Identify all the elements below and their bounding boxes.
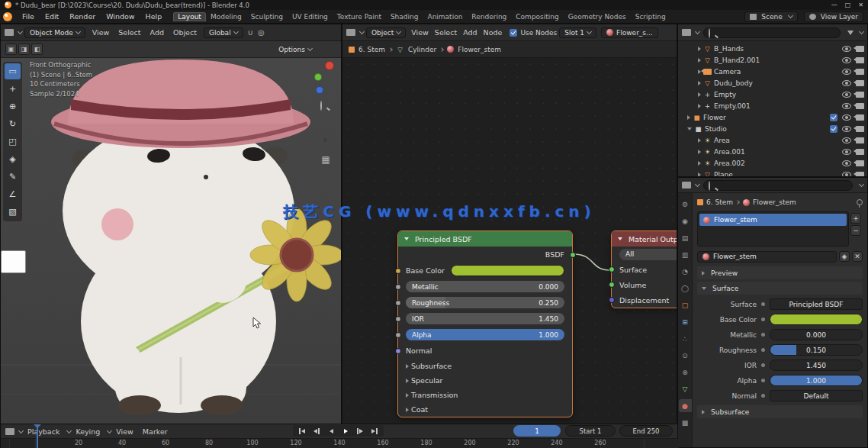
- outliner-row[interactable]: ▽ B_Hand2.001: [678, 54, 867, 66]
- alpha-slider[interactable]: 1.000: [770, 375, 863, 386]
- prev-keyframe-button[interactable]: [310, 427, 323, 436]
- collapse-icon[interactable]: [404, 237, 409, 240]
- alpha-slider[interactable]: Alpha 1.000: [406, 329, 564, 340]
- jump-start-button[interactable]: [296, 427, 308, 436]
- expand-icon[interactable]: [698, 150, 701, 154]
- bsdf-output-socket[interactable]: [570, 252, 576, 258]
- workspace-tab-modeling[interactable]: Modeling: [206, 12, 246, 21]
- outliner-row[interactable]: ☀ Area.001: [678, 146, 867, 157]
- playback-menu[interactable]: Playback: [23, 427, 64, 436]
- modifiers-tab-icon[interactable]: ⊞: [679, 315, 692, 328]
- hide-viewport-icon[interactable]: [842, 80, 851, 86]
- marker-menu[interactable]: Marker: [138, 427, 172, 436]
- outliner-editor-type-icon[interactable]: [682, 29, 691, 36]
- hide-render-icon[interactable]: [856, 149, 864, 155]
- shader-type-dropdown[interactable]: Object: [366, 27, 406, 38]
- keying-menu[interactable]: Keying: [71, 427, 104, 436]
- remove-slot-button[interactable]: −: [850, 225, 861, 236]
- play-button[interactable]: [339, 427, 352, 436]
- ior-socket[interactable]: [395, 316, 401, 322]
- shader-canvas[interactable]: Principled BSDF BSDF Base Color Metallic…: [342, 58, 677, 424]
- axis-gizmo[interactable]: [314, 61, 337, 95]
- preview-section-header[interactable]: Preview: [697, 266, 863, 279]
- hide-render-icon[interactable]: [856, 46, 864, 52]
- select-mode-subtract-button[interactable]: ◧: [31, 44, 43, 55]
- cursor-tool[interactable]: +: [5, 81, 21, 97]
- outliner-row[interactable]: + Empty.001: [678, 100, 867, 111]
- target-dropdown[interactable]: All: [619, 249, 677, 260]
- surface-shader-button[interactable]: Principled BSDF: [770, 298, 863, 310]
- breadcrumb-object[interactable]: 6. Stem: [706, 198, 733, 206]
- metallic-field[interactable]: 0.000: [770, 329, 863, 340]
- add-cube-tool[interactable]: ▧: [5, 204, 21, 220]
- texture-tab-icon[interactable]: ▩: [679, 416, 692, 429]
- tool-tab-icon[interactable]: ⚙: [679, 198, 692, 211]
- play-reverse-button[interactable]: [325, 427, 337, 436]
- viewport-menu-view[interactable]: View: [88, 28, 114, 37]
- breadcrumb-object[interactable]: 6. Stem: [358, 46, 385, 53]
- expand-icon[interactable]: [698, 47, 701, 51]
- constraints-tab-icon[interactable]: ⊗: [679, 366, 692, 379]
- viewport-menu-add[interactable]: Add: [146, 28, 169, 37]
- outliner-row[interactable]: ■ Studio: [678, 123, 867, 134]
- unlink-button[interactable]: ✕: [852, 251, 863, 262]
- base-color-swatch[interactable]: [451, 265, 564, 276]
- transform-orientation-dropdown[interactable]: Global: [204, 27, 243, 38]
- hide-render-icon[interactable]: [856, 92, 864, 98]
- expand-icon[interactable]: [698, 161, 701, 166]
- view-menu[interactable]: View: [111, 427, 138, 436]
- material-slot-row[interactable]: Flower_stem: [699, 214, 847, 226]
- breadcrumb-material[interactable]: Flower_stem: [753, 198, 796, 206]
- pan-hand-icon[interactable]: [320, 119, 331, 130]
- breadcrumb-mesh[interactable]: Cylinder: [408, 46, 436, 53]
- ior-slider[interactable]: IOR 1.450: [406, 313, 564, 324]
- add-slot-button[interactable]: +: [850, 213, 861, 224]
- hide-render-icon[interactable]: [856, 103, 864, 109]
- outliner-row[interactable]: ▽ Dudu_body: [678, 77, 867, 89]
- expand-icon[interactable]: [698, 104, 701, 108]
- outliner-row[interactable]: ▽ Plane: [678, 169, 867, 176]
- subsurface-panel[interactable]: Subsurface: [398, 359, 572, 373]
- specular-panel[interactable]: Specular: [398, 373, 572, 388]
- options-dropdown[interactable]: Options: [274, 45, 317, 54]
- shader-menu-select[interactable]: Select: [432, 28, 460, 37]
- shader-menu-node[interactable]: Node: [481, 28, 506, 37]
- shader-menu-view[interactable]: View: [408, 28, 432, 37]
- viewport-menu-object[interactable]: Object: [169, 28, 201, 37]
- current-frame-field[interactable]: 1: [513, 425, 561, 437]
- view-layer-selector[interactable]: View Layer: [804, 11, 863, 22]
- ior-field[interactable]: 1.450: [770, 359, 863, 371]
- frame-end-field[interactable]: End 250: [619, 425, 673, 437]
- axis-x-handle[interactable]: [325, 61, 334, 70]
- frame-start-field[interactable]: Start 1: [565, 425, 616, 437]
- properties-search-input[interactable]: [703, 180, 853, 191]
- physics-tab-icon[interactable]: ⊙: [679, 349, 692, 362]
- snap-magnet-icon[interactable]: ∪: [246, 28, 256, 37]
- metallic-slider[interactable]: Metallic 0.000: [406, 281, 564, 292]
- collapse-icon[interactable]: [618, 237, 622, 240]
- workspace-tab-texture-paint[interactable]: Texture Paint: [333, 12, 386, 21]
- normal-socket[interactable]: [395, 348, 401, 354]
- select-box-tool[interactable]: ▭: [5, 63, 21, 79]
- use-nodes-checkbox[interactable]: [510, 29, 517, 37]
- output-node-header[interactable]: Material Output: [612, 231, 677, 247]
- material-tab-icon[interactable]: ●: [679, 399, 692, 412]
- hide-render-icon[interactable]: [856, 114, 864, 121]
- material-output-node[interactable]: Material Output All Surface Volume: [611, 230, 677, 308]
- hide-viewport-icon[interactable]: [842, 137, 851, 143]
- outliner-row[interactable]: ▽ B_Hands: [678, 43, 867, 54]
- roughness-slider[interactable]: Roughness 0.250: [406, 297, 564, 308]
- hide-viewport-icon[interactable]: [842, 172, 851, 177]
- hide-viewport-icon[interactable]: [842, 57, 851, 63]
- next-keyframe-button[interactable]: [354, 427, 366, 436]
- displacement-input-socket[interactable]: [609, 297, 615, 303]
- alpha-socket[interactable]: [395, 332, 401, 338]
- annotate-tool[interactable]: ✎: [5, 169, 21, 185]
- material-datablock-field[interactable]: Flower_stem: [697, 251, 837, 263]
- proportional-editing-icon[interactable]: ◎: [256, 28, 267, 37]
- collection-checkbox[interactable]: [830, 114, 837, 121]
- breadcrumb-material[interactable]: Flower_stem: [458, 46, 501, 53]
- filter-icon[interactable]: [847, 31, 854, 35]
- maximize-button[interactable]: □: [845, 2, 851, 8]
- grid-toggle-icon[interactable]: ▦: [320, 154, 331, 165]
